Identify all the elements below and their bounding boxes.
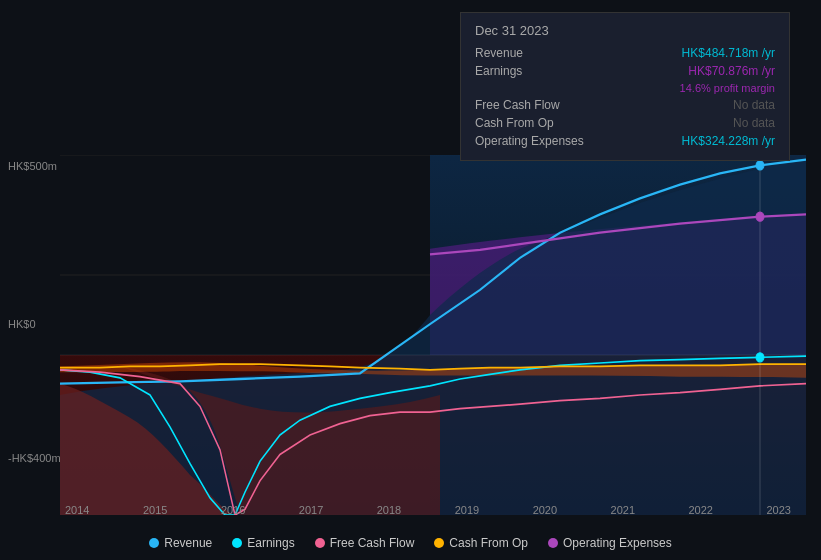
chart-legend: Revenue Earnings Free Cash Flow Cash Fro… <box>0 536 821 550</box>
tooltip-opex-value: HK$324.228m /yr <box>682 134 775 148</box>
legend-fcf[interactable]: Free Cash Flow <box>315 536 415 550</box>
x-label-2015: 2015 <box>143 504 167 516</box>
legend-cashop-dot <box>434 538 444 548</box>
tooltip-opex-row: Operating Expenses HK$324.228m /yr <box>475 132 775 150</box>
y-label-top: HK$500m <box>8 160 57 172</box>
tooltip-revenue-label: Revenue <box>475 46 595 60</box>
x-label-2019: 2019 <box>455 504 479 516</box>
tooltip-opex-label: Operating Expenses <box>475 134 595 148</box>
tooltip-earnings-row: Earnings HK$70.876m /yr <box>475 62 775 80</box>
chart-container: Dec 31 2023 Revenue HK$484.718m /yr Earn… <box>0 0 821 560</box>
legend-cashop-label: Cash From Op <box>449 536 528 550</box>
tooltip-earnings-value: HK$70.876m /yr <box>688 64 775 78</box>
legend-earnings-dot <box>232 538 242 548</box>
x-label-2014: 2014 <box>65 504 89 516</box>
tooltip-margin-row: 14.6% profit margin <box>475 80 775 96</box>
x-label-2022: 2022 <box>689 504 713 516</box>
tooltip-fcf-row: Free Cash Flow No data <box>475 96 775 114</box>
x-label-2021: 2021 <box>611 504 635 516</box>
x-axis-labels: 2014 2015 2016 2017 2018 2019 2020 2021 … <box>0 504 821 516</box>
tooltip-cashop-row: Cash From Op No data <box>475 114 775 132</box>
tooltip-date: Dec 31 2023 <box>475 23 775 38</box>
earnings-dot <box>756 353 764 362</box>
tooltip-fcf-label: Free Cash Flow <box>475 98 595 112</box>
tooltip-cashop-label: Cash From Op <box>475 116 595 130</box>
x-label-2017: 2017 <box>299 504 323 516</box>
chart-area <box>60 155 806 515</box>
legend-opex[interactable]: Operating Expenses <box>548 536 672 550</box>
tooltip-revenue-row: Revenue HK$484.718m /yr <box>475 44 775 62</box>
opex-dot <box>756 212 764 221</box>
x-label-2020: 2020 <box>533 504 557 516</box>
x-label-2016: 2016 <box>221 504 245 516</box>
y-label-bottom: -HK$400m <box>8 452 61 464</box>
legend-opex-label: Operating Expenses <box>563 536 672 550</box>
tooltip-earnings-label: Earnings <box>475 64 595 78</box>
legend-fcf-label: Free Cash Flow <box>330 536 415 550</box>
tooltip-fcf-value: No data <box>733 98 775 112</box>
tooltip-cashop-value: No data <box>733 116 775 130</box>
revenue-dot <box>756 161 764 170</box>
chart-svg <box>60 155 806 515</box>
x-label-2023: 2023 <box>766 504 790 516</box>
tooltip-margin-value: 14.6% profit margin <box>680 82 775 94</box>
legend-cashop[interactable]: Cash From Op <box>434 536 528 550</box>
x-label-2018: 2018 <box>377 504 401 516</box>
legend-revenue-label: Revenue <box>164 536 212 550</box>
legend-revenue[interactable]: Revenue <box>149 536 212 550</box>
tooltip-box: Dec 31 2023 Revenue HK$484.718m /yr Earn… <box>460 12 790 161</box>
legend-earnings-label: Earnings <box>247 536 294 550</box>
y-label-zero: HK$0 <box>8 318 36 330</box>
legend-opex-dot <box>548 538 558 548</box>
legend-fcf-dot <box>315 538 325 548</box>
tooltip-revenue-value: HK$484.718m /yr <box>682 46 775 60</box>
legend-revenue-dot <box>149 538 159 548</box>
legend-earnings[interactable]: Earnings <box>232 536 294 550</box>
